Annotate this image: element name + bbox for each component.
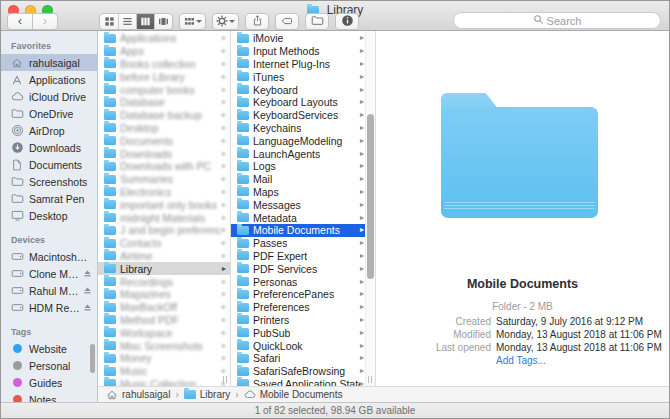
list-item-metadata[interactable]: Metadata▸ (231, 211, 375, 224)
list-item-launchagents[interactable]: LaunchAgents▸ (231, 147, 375, 160)
list-item-summaries[interactable]: Summaries▸ (98, 173, 230, 186)
list-item-computer-books[interactable]: computer books▸ (98, 83, 230, 96)
sidebar-item-rahul-m[interactable]: Rahul M… (1, 282, 97, 299)
list-item-safarisafebrowsing[interactable]: SafariSafeBrowsing▸ (231, 365, 375, 378)
sidebar-item-samrat-pen[interactable]: Samrat Pen (1, 190, 97, 207)
list-item-safari[interactable]: Safari▸ (231, 352, 375, 365)
sidebar-item-macintosh[interactable]: Macintosh… (1, 248, 97, 265)
list-item-keychains[interactable]: Keychains▸ (231, 122, 375, 135)
list-item-pubsub[interactable]: PubSub▸ (231, 326, 375, 339)
list-item-magazines[interactable]: Magazines▸ (98, 288, 230, 301)
list-item-documents[interactable]: Documents▸ (98, 134, 230, 147)
column-resize-handle[interactable] (368, 376, 372, 383)
list-item-keyboardservices[interactable]: KeyboardServices▸ (231, 109, 375, 122)
list-item-electronics[interactable]: Electronics▸ (98, 186, 230, 199)
list-item-passes[interactable]: Passes▸ (231, 237, 375, 250)
list-item-mobile-documents[interactable]: Mobile Documents▸ (231, 224, 375, 237)
list-item-internet-plug-ins[interactable]: Internet Plug-Ins▸ (231, 58, 375, 71)
icon-view-button[interactable] (100, 14, 118, 29)
list-item-languagemodeling[interactable]: LanguageModeling▸ (231, 134, 375, 147)
forward-button[interactable]: › (32, 13, 58, 30)
sidebar-item-airdrop[interactable]: AirDrop (1, 122, 97, 139)
breadcrumb-rahulsaigal[interactable]: rahulsaigal (106, 388, 170, 401)
list-item-logs[interactable]: Logs▸ (231, 160, 375, 173)
sidebar-scrollbar[interactable] (90, 344, 95, 373)
sidebar-item-guides[interactable]: Guides (1, 374, 97, 391)
share-button[interactable] (245, 13, 269, 30)
sidebar-item-desktop[interactable]: Desktop (1, 207, 97, 224)
sidebar-item-rahulsaigal[interactable]: rahulsaigal (1, 54, 97, 71)
sidebar-item-notes[interactable]: Notes (1, 391, 97, 402)
list-item-music[interactable]: Music▸ (98, 365, 230, 378)
list-item-maps[interactable]: Maps▸ (231, 186, 375, 199)
list-item-money[interactable]: Money▸ (98, 352, 230, 365)
sidebar-item-documents[interactable]: Documents (1, 156, 97, 173)
list-item-keyboard[interactable]: Keyboard▸ (231, 83, 375, 96)
list-item-database[interactable]: Database▸ (98, 96, 230, 109)
list-item-maxbackoff[interactable]: MaxBackOff▸ (98, 301, 230, 314)
list-item-keyboard-layouts[interactable]: Keyboard Layouts▸ (231, 96, 375, 109)
list-view-button[interactable] (118, 14, 136, 29)
list-item-apps[interactable]: Apps▸ (98, 45, 230, 58)
list-item-imovie[interactable]: iMovie▸ (231, 32, 375, 45)
new-folder-button[interactable] (305, 13, 329, 30)
list-item-important-only-books[interactable]: important only books▸ (98, 198, 230, 211)
info-button[interactable] (335, 13, 359, 30)
list-item-pdf-expert[interactable]: PDF Expert▸ (231, 250, 375, 263)
chevron-right-icon: ▸ (360, 342, 364, 350)
list-item-saved-application-state[interactable]: Saved Application State▸ (231, 378, 375, 386)
list-item-books-collection[interactable]: Books collection▸ (98, 58, 230, 71)
sidebar-item-icloud-drive[interactable]: iCloud Drive (1, 88, 97, 105)
list-item-input-methods[interactable]: Input Methods▸ (231, 45, 375, 58)
sidebar-item-screenshots[interactable]: Screenshots (1, 173, 97, 190)
scrollbar-thumb[interactable] (367, 114, 374, 279)
chevron-right-icon: ▸ (360, 290, 364, 298)
list-item-desktop[interactable]: Desktop▸ (98, 122, 230, 135)
list-item-recordings[interactable]: Recordings▸ (98, 275, 230, 288)
list-item-j-and-begin-preference[interactable]: J and begin preference▸ (98, 224, 230, 237)
breadcrumb-library[interactable]: Library (184, 388, 231, 401)
list-item-misc-screenshots[interactable]: Misc Screenshots▸ (98, 339, 230, 352)
tags-button[interactable] (275, 13, 299, 30)
eject-icon[interactable] (83, 269, 92, 278)
list-item-mail[interactable]: Mail▸ (231, 173, 375, 186)
list-item-personas[interactable]: Personas▸ (231, 275, 375, 288)
list-item-itunes[interactable]: iTunes▸ (231, 70, 375, 83)
list-item-preferences[interactable]: Preferences▸ (231, 301, 375, 314)
list-item-database-backup[interactable]: Database backup▸ (98, 109, 230, 122)
list-item-workspace[interactable]: Workspace▸ (98, 326, 230, 339)
sidebar-item-clone-m[interactable]: Clone M… (1, 265, 97, 282)
list-item-before-library[interactable]: before Library▸ (98, 70, 230, 83)
list-item-downloads[interactable]: Downloads▸ (98, 147, 230, 160)
eject-icon[interactable] (83, 303, 92, 312)
sidebar-item-hdm-re[interactable]: HDM Re… (1, 299, 97, 316)
list-item-applications[interactable]: Applications▸ (98, 32, 230, 45)
sidebar-item-downloads[interactable]: Downloads (1, 139, 97, 156)
sidebar-item-applications[interactable]: Applications (1, 71, 97, 88)
search-input[interactable]: Search (453, 12, 661, 29)
sidebar-item-onedrive[interactable]: OneDrive (1, 105, 97, 122)
list-item-library[interactable]: Library▸ (98, 262, 230, 275)
sidebar-item-personal[interactable]: Personal (1, 357, 97, 374)
action-button[interactable] (212, 13, 239, 30)
list-item-music-collection[interactable]: Music Collection▸ (98, 378, 230, 386)
scrollbar-track[interactable] (365, 31, 375, 386)
add-tags-link[interactable]: Add Tags... (496, 354, 665, 367)
back-button[interactable]: ‹ (7, 13, 33, 30)
sidebar-item-website[interactable]: Website (1, 340, 97, 357)
arrange-button[interactable] (179, 13, 206, 30)
column-view-button[interactable] (136, 14, 154, 29)
list-item-messages[interactable]: Messages▸ (231, 198, 375, 211)
list-item-method-pdf[interactable]: Method PDF▸ (98, 314, 230, 327)
eject-icon[interactable] (83, 286, 92, 295)
breadcrumb-mobile-documents[interactable]: Mobile Documents (244, 388, 343, 401)
list-item-airtime[interactable]: Airtime▸ (98, 250, 230, 263)
list-item-quicklook[interactable]: QuickLook▸ (231, 339, 375, 352)
list-item-midnight-materials[interactable]: midnight Materials▸ (98, 211, 230, 224)
list-item-printers[interactable]: Printers▸ (231, 314, 375, 327)
coverflow-view-button[interactable] (154, 14, 172, 29)
list-item-pdf-services[interactable]: PDF Services▸ (231, 262, 375, 275)
list-item-preferencepanes[interactable]: PreferencePanes▸ (231, 288, 375, 301)
list-item-downloads-with-pc[interactable]: Downloads with PC▸ (98, 160, 230, 173)
list-item-contacts[interactable]: Contacts▸ (98, 237, 230, 250)
